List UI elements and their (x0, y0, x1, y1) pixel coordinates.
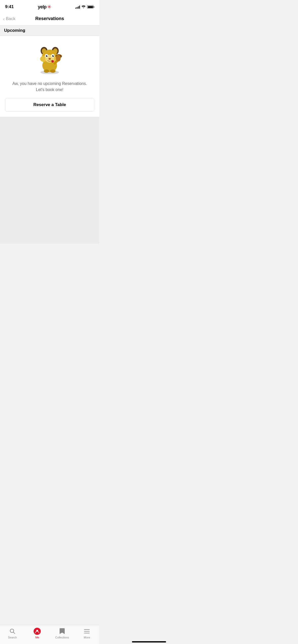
background-area (0, 117, 99, 244)
reserve-table-button[interactable]: Reserve a Table (5, 98, 94, 112)
signal-icon (75, 5, 80, 9)
svg-point-14 (47, 55, 47, 56)
section-header: Upcoming (0, 25, 99, 36)
empty-state-message: Aw, you have no upcoming Reservations.Le… (12, 81, 87, 93)
yelp-burst-icon: ✳ (47, 4, 51, 10)
svg-point-20 (51, 60, 54, 63)
yelp-wordmark: yelp (38, 4, 47, 10)
empty-state-container: Aw, you have no upcoming Reservations.Le… (0, 36, 99, 117)
svg-point-15 (53, 55, 54, 56)
status-time: 9:41 (5, 4, 14, 9)
battery-icon (87, 5, 94, 8)
svg-point-21 (44, 69, 49, 73)
section-title: Upcoming (4, 28, 25, 33)
page-title: Reservations (35, 16, 64, 21)
mascot-illustration (33, 43, 66, 77)
svg-point-19 (56, 55, 61, 62)
status-icons (75, 5, 94, 9)
back-label: Back (6, 16, 16, 21)
wifi-icon (82, 5, 86, 9)
back-chevron-icon: ‹ (3, 16, 5, 21)
status-bar: 9:41 yelp ✳ (0, 0, 99, 12)
nav-bar: ‹ Back Reservations (0, 12, 99, 25)
svg-point-22 (50, 69, 56, 73)
yelp-logo-area: yelp ✳ (38, 4, 51, 10)
back-button[interactable]: ‹ Back (3, 16, 15, 21)
svg-point-16 (48, 58, 51, 60)
squirrel-mascot-svg (36, 43, 64, 74)
